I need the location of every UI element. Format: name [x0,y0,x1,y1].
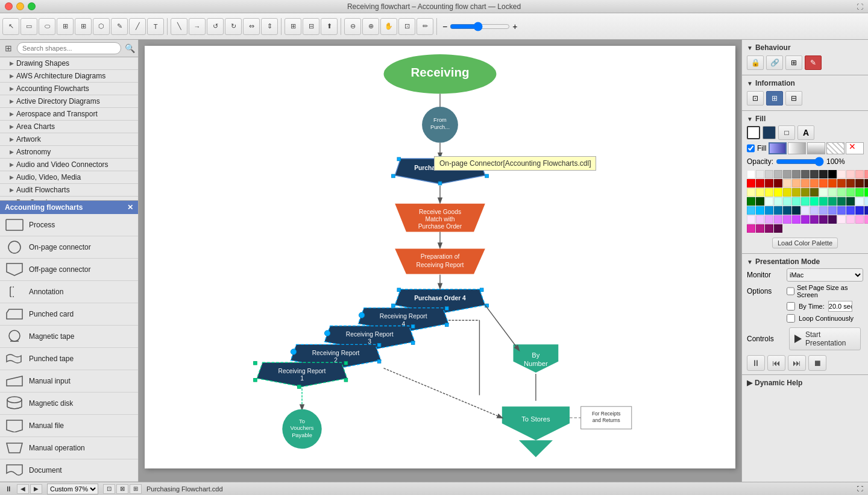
color-swatch[interactable] [774,179,782,188]
color-swatch[interactable] [846,188,855,197]
ellipse-tool[interactable]: ⬭ [39,18,55,35]
info-chart-icon[interactable]: ⊟ [785,91,802,106]
close-panel-icon[interactable]: ✕ [127,203,133,212]
lock-icon[interactable]: 🔒 [747,55,764,70]
pause-icon[interactable]: ⏸ [5,485,12,493]
category-astronomy[interactable]: ▶Astronomy [0,146,138,159]
shape-magnetic-tape[interactable]: Magnetic tape [0,326,138,348]
select-tool[interactable]: ↖ [2,18,19,35]
fill-gradient-h-btn[interactable] [788,142,806,154]
ungroup[interactable]: ⊟ [303,18,319,35]
shadow-icon[interactable]: □ [778,125,795,140]
color-swatch[interactable] [819,206,828,215]
color-swatch[interactable] [837,206,846,215]
color-swatch[interactable] [756,197,764,206]
forward-button[interactable]: ⏭ [788,355,806,371]
color-swatch[interactable] [819,170,828,178]
color-swatch[interactable] [792,197,800,206]
fit-page-button[interactable]: ⊠ [116,484,128,494]
color-swatch[interactable] [792,170,800,178]
shape-manual-input[interactable]: Manual input [0,370,138,393]
canvas-area[interactable]: Receiving From Purch... Purchase Order 4 [139,40,741,482]
pan-tool[interactable]: ✋ [380,18,397,35]
zoom-in-btn[interactable]: ⊕ [362,18,379,35]
color-swatch[interactable] [828,170,837,178]
line-style[interactable]: ╲ [171,18,187,35]
color-swatch[interactable] [783,215,791,224]
fit-page[interactable]: ⊡ [398,18,415,35]
next-page-button[interactable]: ▶ [30,484,42,494]
zoom-out-icon[interactable]: − [442,22,447,31]
stroke-color-icon[interactable] [747,126,760,139]
color-swatch[interactable] [765,179,773,188]
color-swatch[interactable] [756,206,764,215]
shape-document[interactable]: Document [0,459,138,482]
category-area-charts[interactable]: ▶Area Charts [0,121,138,133]
categories-icon[interactable]: ⊞ [2,42,14,54]
expand-icon[interactable]: ⛶ [857,485,863,492]
color-swatch[interactable] [774,188,782,197]
color-swatch[interactable] [747,179,755,188]
color-swatch[interactable] [864,170,868,178]
color-swatch[interactable] [828,206,837,215]
shape-punched-tape[interactable]: Punched tape [0,348,138,370]
fill-arrow[interactable]: ▼ [747,116,753,122]
color-swatch[interactable] [828,188,837,197]
by-time-checkbox[interactable] [787,302,795,311]
color-swatch[interactable] [774,206,782,215]
presentation-arrow[interactable]: ▼ [747,259,753,265]
color-swatch[interactable] [837,215,846,224]
color-swatch[interactable] [747,197,755,206]
info-square-icon[interactable]: ⊡ [747,91,764,106]
color-swatch[interactable] [864,215,868,224]
color-swatch[interactable] [792,179,800,188]
freeform-tool[interactable]: ✎ [111,18,128,35]
color-swatch[interactable] [783,179,791,188]
color-swatch[interactable] [792,206,800,215]
shape-on-page-connector[interactable]: On-page connector [0,236,138,259]
color-swatch[interactable] [837,197,846,206]
information-arrow[interactable]: ▼ [747,80,753,87]
shape-off-page-connector[interactable]: Off-page connector [0,259,138,281]
text-tool[interactable]: T [147,18,164,35]
color-swatch[interactable] [774,197,782,206]
color-swatch[interactable] [846,206,855,215]
arrow-style[interactable]: → [189,18,206,35]
color-swatch[interactable] [846,179,855,188]
rewind-button[interactable]: ⏮ [767,355,785,371]
color-swatch[interactable] [756,215,764,224]
color-swatch[interactable] [810,215,819,224]
color-swatch[interactable] [819,197,828,206]
color-swatch[interactable] [837,170,846,178]
category-audio-video-connectors[interactable]: ▶Audio and Video Connectors [0,159,138,171]
to-stores-node[interactable] [502,406,570,440]
table-tool[interactable]: ⊞ [57,18,74,35]
category-audio-video-media[interactable]: ▶Audio, Video, Media [0,171,138,184]
color-swatch[interactable] [756,170,764,178]
flowchart-svg[interactable]: Receiving From Purch... Purchase Order 4 [145,46,735,468]
shape-magnetic-disk[interactable]: Magnetic disk [0,393,138,415]
color-swatch[interactable] [765,215,773,224]
stop-button[interactable]: ⏹ [808,355,826,371]
fill-checkbox[interactable] [747,144,755,153]
category-artwork[interactable]: ▶Artwork [0,133,138,146]
zoom-out-btn[interactable]: ⊖ [344,18,361,35]
category-accounting[interactable]: ▶Accounting Flowcharts [0,83,138,95]
shape-annotation[interactable]: Annotation [0,281,138,303]
color-swatch[interactable] [864,197,868,206]
fill-pattern-btn[interactable] [826,142,844,154]
fill-color-icon[interactable] [763,126,776,139]
color-swatch[interactable] [837,179,846,188]
group[interactable]: ⊞ [285,18,301,35]
loop-checkbox[interactable] [787,314,795,323]
color-swatch[interactable] [855,170,864,178]
link-icon[interactable]: 🔗 [766,55,783,70]
color-swatch[interactable] [792,188,800,197]
category-drawing-shapes[interactable]: ▶Drawing Shapes [0,57,138,70]
start-presentation-button[interactable]: Start Presentation [789,327,861,350]
color-swatch[interactable] [747,170,755,178]
text-icon[interactable]: A [797,125,814,140]
color-swatch[interactable] [819,188,828,197]
color-swatch[interactable] [801,188,810,197]
color-swatch[interactable] [810,179,819,188]
